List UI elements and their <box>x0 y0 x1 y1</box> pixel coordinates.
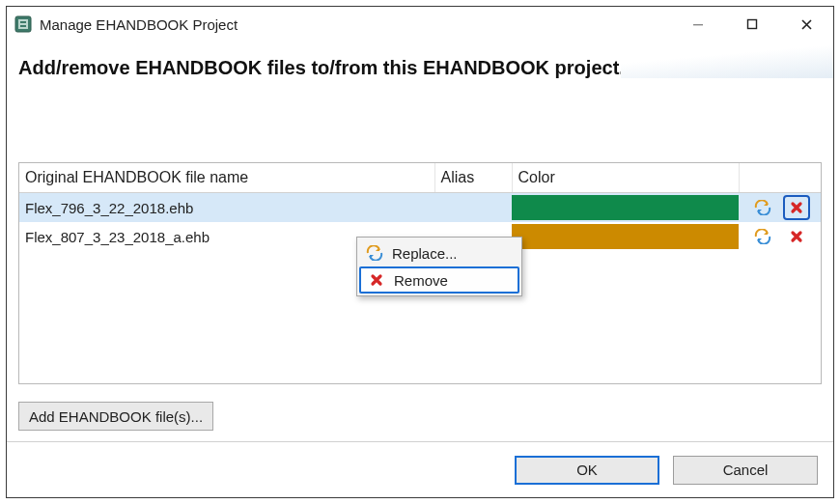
cell-alias <box>434 193 512 223</box>
svg-rect-3 <box>20 25 26 27</box>
replace-icon[interactable] <box>749 195 776 220</box>
window-buttons <box>671 7 833 42</box>
svg-rect-4 <box>693 24 703 25</box>
context-item-label: Remove <box>394 272 448 289</box>
window-title: Manage EHANDBOOK Project <box>40 16 238 33</box>
table-row[interactable]: Flex_796_3_22_2018.ehb <box>19 193 821 223</box>
remove-icon[interactable] <box>783 195 810 220</box>
cell-actions <box>739 222 821 251</box>
remove-icon[interactable] <box>783 224 810 249</box>
col-header-color[interactable]: Color <box>512 163 739 193</box>
dialog-body: Add/remove EHANDBOOK files to/from this … <box>7 42 833 497</box>
replace-icon <box>365 245 384 261</box>
col-header-actions <box>739 163 821 193</box>
color-swatch <box>512 224 739 249</box>
context-remove-item[interactable]: Remove <box>359 266 519 294</box>
maximize-button[interactable] <box>725 7 779 42</box>
cell-color <box>512 222 739 251</box>
cancel-button[interactable]: Cancel <box>673 456 818 485</box>
page-heading: Add/remove EHANDBOOK files to/from this … <box>18 57 822 79</box>
replace-icon[interactable] <box>749 224 776 249</box>
svg-rect-5 <box>748 20 757 29</box>
context-replace-item[interactable]: Replace... <box>359 239 519 266</box>
ok-button[interactable]: OK <box>515 456 659 485</box>
dialog-window: Manage EHANDBOOK Project Add/remove EHAN… <box>6 6 834 498</box>
add-files-button[interactable]: Add EHANDBOOK file(s)... <box>18 402 213 431</box>
context-item-label: Replace... <box>392 245 458 262</box>
cell-filename: Flex_796_3_22_2018.ehb <box>19 193 434 223</box>
close-button[interactable] <box>779 7 833 42</box>
svg-rect-1 <box>18 19 28 29</box>
cell-actions <box>739 193 821 223</box>
col-header-filename[interactable]: Original EHANDBOOK file name <box>19 163 434 193</box>
minimize-button[interactable] <box>671 7 725 42</box>
dialog-footer: OK Cancel <box>7 441 833 497</box>
color-swatch <box>512 195 739 220</box>
cell-color <box>512 193 739 223</box>
app-icon <box>14 15 32 33</box>
context-menu: Replace... Remove <box>356 237 522 296</box>
svg-rect-2 <box>20 21 26 23</box>
col-header-alias[interactable]: Alias <box>434 163 512 193</box>
remove-icon <box>367 273 386 287</box>
titlebar: Manage EHANDBOOK Project <box>7 7 833 42</box>
